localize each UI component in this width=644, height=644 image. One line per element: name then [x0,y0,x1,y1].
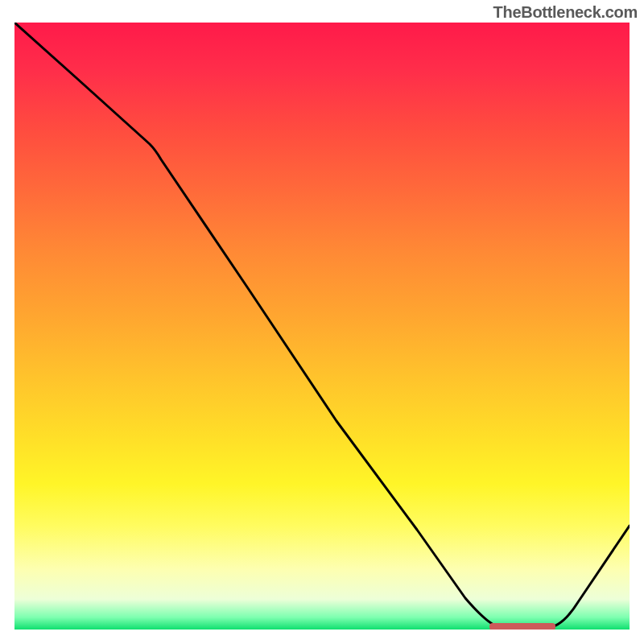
chart-container: TheBottleneck.com [0,0,644,644]
chart-svg [14,23,630,630]
plot-area [14,23,630,630]
optimal-range-marker [489,623,555,630]
bottleneck-curve-line [14,23,630,628]
watermark-text: TheBottleneck.com [493,3,638,22]
